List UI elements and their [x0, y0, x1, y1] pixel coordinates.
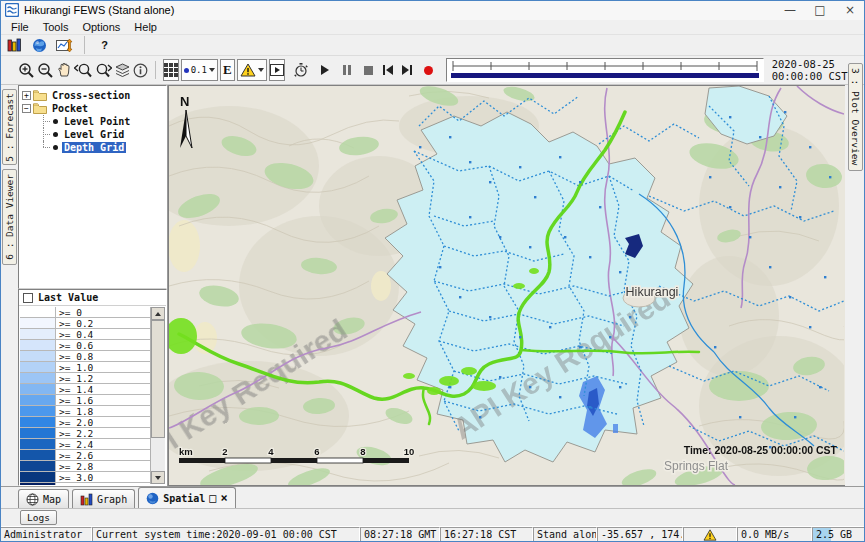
first-frame-button[interactable]: [381, 60, 394, 81]
legend-color-swatch: [20, 428, 56, 438]
toolbar-separator: [155, 61, 156, 79]
record-button[interactable]: [422, 60, 435, 81]
animation-export-button[interactable]: [269, 59, 285, 81]
class-break-interval-dropdown[interactable]: 0.1: [181, 59, 218, 81]
legend-value-label: >= 2.4: [56, 439, 150, 449]
legend-row[interactable]: >= 2.0: [20, 417, 150, 428]
layers-icon[interactable]: [114, 60, 131, 81]
display-tab-bar: Map Graph Spatial □ ×: [0, 486, 865, 508]
tab-plot-overview-label: 3 : Plot Overview: [850, 68, 861, 165]
zoom-out-icon[interactable]: [37, 60, 54, 81]
grid-display-button[interactable]: [163, 59, 179, 81]
spatial-display-globe-icon[interactable]: [29, 35, 50, 56]
tree-node-depth-grid[interactable]: Depth Grid: [22, 141, 166, 154]
tab-forecast[interactable]: 5 : Forecast: [2, 89, 17, 165]
legend-toggle-button[interactable]: E: [220, 59, 235, 81]
scale-tick-label: 10: [404, 446, 415, 457]
tab-graph[interactable]: Graph: [72, 489, 135, 508]
scroll-up-button[interactable]: [151, 307, 165, 320]
legend-row[interactable]: >= 0: [20, 307, 150, 318]
time-slider[interactable]: [446, 58, 764, 82]
tree-node-level-point[interactable]: Level Point: [22, 115, 166, 128]
legend-row[interactable]: >= 1.2: [20, 373, 150, 384]
legend-color-swatch: [20, 406, 56, 416]
tab-data-viewer-label: 6 : Data Viewer: [4, 174, 15, 260]
scroll-thumb[interactable]: [151, 320, 165, 438]
compass-north-label: N: [180, 94, 189, 109]
legend-row[interactable]: >= 0.4: [20, 329, 150, 340]
scale-tick-label: 4: [268, 446, 274, 457]
menu-help[interactable]: Help: [127, 21, 164, 33]
legend-scrollbar[interactable]: [150, 307, 165, 484]
collapse-minus-icon[interactable]: −: [22, 104, 31, 113]
legend-row[interactable]: >= 0.2: [20, 318, 150, 329]
zoom-in-icon[interactable]: [18, 60, 35, 81]
scale-bar-segments: [179, 458, 409, 463]
legend-row[interactable]: >= 2.4: [20, 439, 150, 450]
tab-maximize-icon[interactable]: □: [209, 493, 216, 503]
help-button[interactable]: ?: [94, 35, 115, 56]
tree-label: Level Point: [62, 116, 132, 127]
tree-label: Level Grid: [62, 129, 126, 140]
last-value-checkbox[interactable]: [23, 293, 33, 303]
pan-hand-icon[interactable]: [56, 60, 72, 81]
legend-panel: Last Value >= 0>= 0.2>= 0.4>= 0.6>= 0.8>…: [18, 289, 167, 486]
legend-color-swatch: [20, 340, 56, 350]
status-warning-icon: [703, 529, 717, 541]
timer-settings-icon[interactable]: [293, 60, 309, 81]
legend-row[interactable]: >= 2.8: [20, 461, 150, 472]
tree-node-cross-section[interactable]: + Cross-section: [22, 89, 166, 102]
expand-plus-icon[interactable]: +: [22, 91, 31, 100]
legend-row[interactable]: >= 1.0: [20, 362, 150, 373]
locality-label-springs-flat: Springs Flat: [664, 459, 729, 473]
stop-button[interactable]: [362, 60, 375, 81]
logs-button[interactable]: Logs: [20, 510, 57, 525]
warning-threshold-dropdown[interactable]: [237, 59, 267, 81]
tab-spatial[interactable]: Spatial □ ×: [138, 487, 236, 508]
timeseries-chart-icon[interactable]: [54, 35, 75, 56]
app-icon: [5, 3, 19, 17]
legend-row[interactable]: >= 3.2: [20, 483, 150, 485]
minimize-icon[interactable]: —: [775, 0, 805, 20]
legend-row[interactable]: >= 1.4: [20, 384, 150, 395]
time-slider-range-bar[interactable]: [451, 73, 759, 78]
legend-row[interactable]: >= 2.2: [20, 428, 150, 439]
legend-row[interactable]: >= 2.6: [20, 450, 150, 461]
maximize-icon[interactable]: □: [805, 0, 835, 20]
legend-row[interactable]: >= 3.0: [20, 472, 150, 483]
info-icon[interactable]: [133, 60, 148, 81]
scale-tick-label: 2: [222, 446, 227, 457]
database-viewer-icon[interactable]: [4, 35, 25, 56]
play-button[interactable]: [319, 60, 332, 81]
legend-color-swatch: [20, 472, 56, 482]
tab-map[interactable]: Map: [18, 489, 69, 508]
menu-file[interactable]: File: [4, 21, 36, 33]
tree-node-pocket[interactable]: − Pocket: [22, 102, 166, 115]
status-warning-cell[interactable]: [683, 527, 737, 542]
legend-color-swatch: [20, 384, 56, 394]
tab-close-icon[interactable]: ×: [221, 493, 228, 503]
tab-data-viewer[interactable]: 6 : Data Viewer: [2, 169, 17, 265]
tab-plot-overview[interactable]: 3 : Plot Overview: [848, 63, 863, 171]
map-canvas[interactable]: API Key Required API Key Required: [169, 86, 844, 485]
zoom-previous-icon[interactable]: [74, 60, 92, 81]
menu-bar: File Tools Options Help: [0, 20, 865, 35]
legend-row[interactable]: >= 0.8: [20, 351, 150, 362]
legend-value-label: >= 0.4: [56, 329, 150, 339]
menu-options[interactable]: Options: [75, 21, 127, 33]
main-toolbar: ?: [0, 35, 865, 56]
scale-tick-label: 6: [314, 446, 319, 457]
tree-node-level-grid[interactable]: Level Grid: [22, 128, 166, 141]
pause-button[interactable]: [340, 60, 353, 81]
main-region: 5 : Forecast 6 : Data Viewer + Cross-sec…: [0, 85, 865, 486]
node-bullet-icon: [53, 132, 58, 137]
zoom-next-icon[interactable]: [94, 60, 112, 81]
legend-row[interactable]: >= 1.6: [20, 395, 150, 406]
menu-tools[interactable]: Tools: [36, 21, 76, 33]
legend-row[interactable]: >= 1.8: [20, 406, 150, 417]
window-title: Hikurangi FEWS (Stand alone): [24, 4, 174, 16]
scroll-down-button[interactable]: [151, 471, 165, 484]
legend-row[interactable]: >= 0.6: [20, 340, 150, 351]
last-frame-button[interactable]: [401, 60, 414, 81]
close-icon[interactable]: ×: [835, 0, 865, 20]
